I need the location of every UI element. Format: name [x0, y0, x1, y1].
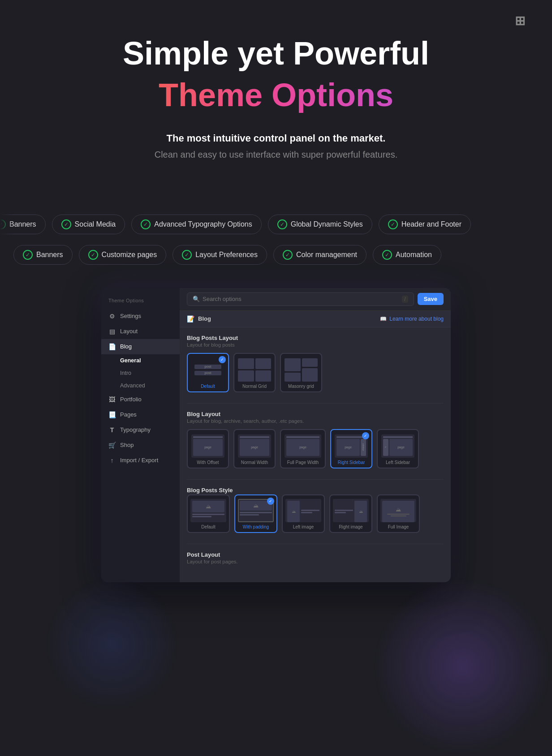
blog-layout-options: page With Offset page	[187, 429, 444, 468]
pills-row-1: ✓ Banners ✓ Social Media ✓ Advanced Typo…	[0, 209, 552, 240]
pill-partial-left: ✓ Banners	[0, 215, 46, 234]
sidebar-item-typography[interactable]: T Typography	[101, 422, 180, 438]
preview-full-page: page	[285, 434, 321, 458]
layout-option-masonry[interactable]: Masonry grid	[280, 353, 322, 392]
search-input[interactable]	[203, 296, 399, 302]
logo-icon: ⊞	[515, 13, 525, 28]
pill-social-media[interactable]: ✓ Social Media	[52, 215, 125, 234]
layout-option-left-sidebar[interactable]: s page Left Sidebar	[377, 429, 419, 468]
settings-icon: ⚙	[108, 313, 116, 320]
sidebar-item-settings[interactable]: ⚙ Settings	[101, 309, 180, 324]
hero-subtitle-light: Clean and easy to use interface with sup…	[18, 150, 534, 160]
style-option-full-image[interactable]: ⛰ Full Image	[377, 494, 420, 533]
preview-style-full-img: ⛰	[380, 499, 416, 522]
pill-global-dynamic[interactable]: ✓ Global Dynamic Styles	[268, 215, 372, 234]
divider-2	[187, 479, 444, 480]
pill-header[interactable]: ✓ Header and Footer	[379, 215, 471, 234]
pill-color-mgmt[interactable]: ✓ Color management	[273, 245, 367, 265]
content-body: Blog Posts Layout Layout for blog posts …	[180, 327, 451, 582]
post-layout-title: Post Layout	[187, 551, 444, 558]
preview-offset: page	[191, 434, 224, 458]
section-link[interactable]: Learn more about blog	[389, 316, 444, 322]
style-option-with-padding[interactable]: ✓ ⛰ With padding	[234, 494, 277, 533]
image-icon: ⛰	[396, 507, 401, 513]
sidebar-item-layout[interactable]: ▤ Layout	[101, 324, 180, 339]
pill-typography[interactable]: ✓ Advanced Typography Options	[131, 215, 262, 234]
section-title: Blog	[198, 315, 211, 322]
section-header: 📝 Blog 📖 Learn more about blog	[180, 311, 451, 327]
save-button[interactable]: Save	[418, 293, 444, 305]
check-icon: ✓	[283, 250, 293, 260]
layout-option-normal-grid[interactable]: Normal Grid	[233, 353, 276, 392]
main-content: 🔍 / Save 📝 Blog 📖 Learn more about blog	[180, 288, 451, 582]
layout-icon: ▤	[108, 328, 116, 335]
blog-layout-title: Blog Layout	[187, 411, 444, 417]
layout-option-default[interactable]: ✓ post post Default	[187, 353, 229, 392]
blog-layout-section: Blog Layout Layout for blog, archive, se…	[187, 411, 444, 468]
preview-normal-width: page	[238, 434, 271, 458]
pages-icon: 📃	[108, 411, 116, 418]
typography-icon: T	[108, 426, 116, 434]
style-option-right-image[interactable]: ⛰ Right image	[329, 494, 372, 533]
layout-option-full-page[interactable]: page Full Page Width	[280, 429, 326, 468]
sidebar-item-pages[interactable]: 📃 Pages	[101, 407, 180, 422]
blog-posts-layout-section: Blog Posts Layout Layout for blog posts …	[187, 335, 444, 392]
image-icon: ⛰	[292, 509, 296, 514]
blog-icon: 📄	[108, 343, 116, 350]
image-icon: ⛰	[206, 503, 211, 510]
pills-row-2: ✓ Banners ✓ Customize pages ✓ Layout Pre…	[0, 240, 552, 270]
preview-style-right-img: ⛰	[333, 499, 369, 522]
preview-left-sidebar: s page	[381, 434, 414, 458]
sidebar-subitem-advanced[interactable]: Advanced	[101, 379, 180, 392]
book-icon: 📖	[380, 316, 387, 322]
check-icon: ✓	[382, 250, 392, 260]
panel-area: Theme Options ⚙ Settings ▤ Layout 📄 Blog…	[0, 270, 552, 609]
pill-automation[interactable]: ✓ Automation	[373, 245, 441, 265]
layout-option-right-sidebar[interactable]: ✓ page sidebar Right Sidebar	[330, 429, 372, 468]
pill-layout-prefs[interactable]: ✓ Layout Preferences	[172, 245, 267, 265]
sidebar-item-shop[interactable]: 🛒 Shop	[101, 438, 180, 453]
check-icon: ✓	[388, 219, 398, 229]
blog-posts-style-title: Blog Posts Style	[187, 487, 444, 494]
selected-check: ✓	[219, 356, 226, 363]
hero-title-line1: Simple yet Powerful	[18, 36, 534, 71]
hero-subtitle-bold: The most intuitive control panel on the …	[18, 133, 534, 144]
check-icon: ✓	[277, 219, 287, 229]
check-icon: ✓	[61, 219, 71, 229]
shop-icon: 🛒	[108, 442, 116, 449]
layout-option-normal-width[interactable]: page Normal Width	[233, 429, 276, 468]
divider-1	[187, 403, 444, 404]
sidebar-subitem-intro[interactable]: Intro	[101, 367, 180, 379]
sidebar-blog-subitems: General Intro Advanced	[101, 354, 180, 392]
sidebar-subitem-general[interactable]: General	[101, 354, 180, 367]
post-layout-desc: Layout for post pages.	[187, 559, 444, 564]
search-icon: 🔍	[193, 296, 200, 302]
sidebar-item-portfolio[interactable]: 🖼 Portfolio	[101, 392, 180, 407]
hero-title-theme: Theme	[159, 77, 263, 113]
portfolio-icon: 🖼	[108, 396, 116, 403]
pill-banners[interactable]: ✓ Banners	[13, 245, 73, 265]
image-icon: ⛰	[359, 509, 363, 514]
blog-posts-layout-title: Blog Posts Layout	[187, 335, 444, 341]
sidebar-item-blog[interactable]: 📄 Blog	[101, 339, 180, 354]
style-option-left-image[interactable]: ⛰ Left image	[282, 494, 325, 533]
theme-panel: Theme Options ⚙ Settings ▤ Layout 📄 Blog…	[101, 288, 451, 582]
preview-style-left-img: ⛰	[285, 499, 321, 522]
image-icon: ⛰	[253, 503, 259, 509]
sidebar-title: Theme Options	[101, 295, 180, 309]
preview-masonry	[285, 358, 318, 382]
pill-customize[interactable]: ✓ Customize pages	[79, 245, 167, 265]
style-option-default[interactable]: ⛰ Default	[187, 494, 230, 533]
check-icon: ✓	[0, 219, 6, 229]
check-icon: ✓	[23, 250, 33, 260]
selected-check-padding: ✓	[267, 498, 274, 505]
preview-normal-grid	[238, 358, 271, 382]
layout-option-offset[interactable]: page With Offset	[187, 429, 229, 468]
divider-3	[187, 544, 444, 544]
sidebar-item-import-export[interactable]: ↑ Import / Export	[101, 453, 180, 468]
post-layout-section: Post Layout Layout for post pages.	[187, 551, 444, 564]
check-icon: ✓	[141, 219, 151, 229]
preview-style-default: ⛰	[190, 499, 226, 522]
hero-section: ⊞ Simple yet Powerful Theme Options The …	[0, 0, 552, 209]
import-export-icon: ↑	[108, 457, 116, 464]
